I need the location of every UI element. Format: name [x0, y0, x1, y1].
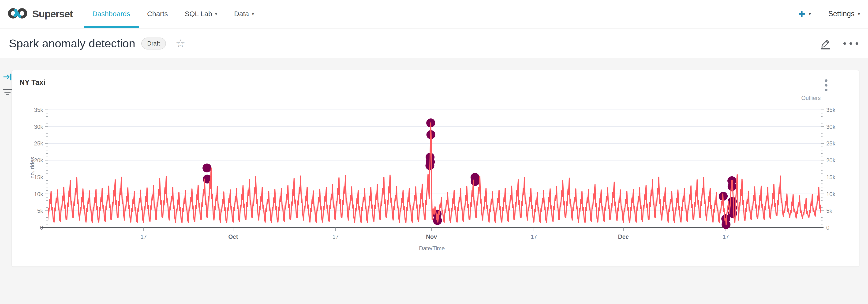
nav-item-label: SQL Lab [185, 10, 212, 18]
y-axis-label-right: 15k [826, 174, 836, 181]
filter-icon [2, 87, 13, 98]
y-axis-label-left: 30k [34, 123, 43, 130]
top-navbar: Superset Dashboards Charts SQL Lab ▾ Dat… [0, 0, 868, 28]
outlier-point[interactable] [471, 177, 480, 186]
chart-card-ny-taxi: 005k5k10k10k15k15k20k20k25k25k30k30k35k3… [12, 71, 859, 267]
nav-item-sql-lab[interactable]: SQL Lab ▾ [176, 0, 226, 28]
right-axis-legend: Outliers [801, 95, 821, 101]
x-axis-label: Nov [426, 233, 437, 240]
dashboard-header: Spark anomaly detection Draft ☆ [0, 29, 868, 58]
x-axis-label: Dec [618, 233, 629, 240]
plus-icon: + [798, 8, 805, 20]
nav-item-data[interactable]: Data ▾ [226, 0, 262, 28]
new-item-button[interactable]: + ▾ [798, 8, 811, 20]
outlier-point[interactable] [203, 164, 211, 172]
brand-name: Superset [32, 8, 73, 20]
more-actions-button[interactable] [843, 42, 858, 45]
y-axis-label-right: 25k [826, 140, 836, 147]
superset-app: Superset Dashboards Charts SQL Lab ▾ Dat… [0, 0, 868, 304]
nav-item-dashboards[interactable]: Dashboards [84, 0, 139, 28]
x-axis-label: 17 [141, 233, 147, 240]
x-axis-label: 17 [723, 233, 729, 240]
line-series-ny-taxi[interactable] [41, 123, 828, 225]
main-nav: Dashboards Charts SQL Lab ▾ Data ▾ [84, 0, 262, 28]
x-axis-label: 17 [332, 233, 339, 240]
settings-menu[interactable]: Settings ▾ [828, 10, 860, 18]
x-axis-title: Date/Time [419, 245, 445, 252]
pencil-icon [819, 37, 832, 50]
x-axis-label: Oct [228, 233, 238, 240]
arrow-to-bar-icon [3, 72, 12, 82]
ellipsis-icon [843, 42, 858, 45]
nav-item-label: Dashboards [92, 10, 130, 18]
chevron-down-icon: ▾ [809, 11, 811, 17]
superset-infinity-icon [7, 6, 29, 22]
y-axis-label-left: 10k [34, 191, 43, 197]
y-axis-label-right: 0 [826, 224, 829, 231]
expand-filter-bar-button[interactable] [3, 72, 12, 83]
dashboard-title[interactable]: Spark anomaly detection [9, 37, 135, 50]
navbar-right: + ▾ Settings ▾ [798, 8, 860, 20]
y-axis-label-left: 35k [34, 107, 43, 113]
timeseries-chart-canvas[interactable]: 005k5k10k10k15k15k20k20k25k25k30k30k35k3… [12, 71, 859, 267]
chart-title[interactable]: NY Taxi [20, 78, 45, 87]
chevron-down-icon: ▾ [858, 11, 860, 17]
y-axis-label-right: 30k [826, 123, 836, 130]
edit-dashboard-button[interactable] [819, 37, 832, 50]
chevron-down-icon: ▾ [252, 11, 254, 17]
chart-kebab-menu[interactable] [824, 78, 829, 93]
nav-item-charts[interactable]: Charts [139, 0, 176, 28]
status-badge: Draft [141, 37, 166, 50]
y-axis-title: no. rides [29, 157, 36, 178]
y-axis-label-right: 35k [826, 107, 836, 113]
y-axis-label-right: 20k [826, 157, 836, 164]
y-axis-label-left: 25k [34, 140, 43, 147]
dashboard-actions [819, 37, 858, 50]
y-axis-label-right: 10k [826, 191, 836, 197]
filter-list-button[interactable] [2, 87, 13, 99]
favorite-star-icon[interactable]: ☆ [176, 38, 185, 49]
superset-logo[interactable]: Superset [7, 6, 73, 22]
nav-item-label: Data [234, 10, 249, 18]
nav-item-label: Charts [147, 10, 168, 18]
y-axis-label-left: 5k [37, 208, 43, 214]
x-axis-label: 17 [531, 233, 537, 240]
y-axis-label-right: 5k [826, 208, 832, 214]
chevron-down-icon: ▾ [215, 11, 217, 17]
settings-label: Settings [828, 10, 855, 18]
active-tab-underline [84, 26, 139, 28]
